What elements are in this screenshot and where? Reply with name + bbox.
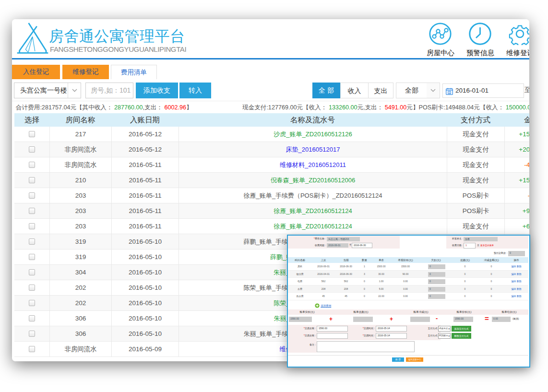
svg-text:6: 6 [449,91,450,94]
